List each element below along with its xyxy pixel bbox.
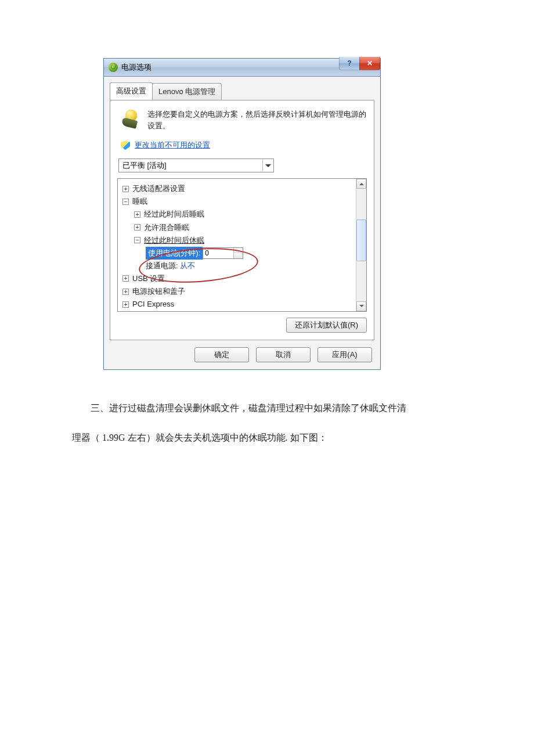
tree-pci-express[interactable]: PCI Express — [132, 298, 174, 311]
ok-button[interactable]: 确定 — [194, 347, 249, 362]
tree-power-button-lid[interactable]: 电源按钮和盖子 — [132, 285, 185, 298]
settings-tree: +无线适配器设置 −睡眠 +经过此时间后睡眠 +允许混合睡眠 −经过此时间后休眠… — [117, 178, 367, 312]
cancel-button[interactable]: 取消 — [256, 347, 311, 362]
article-line-1: 三、进行过磁盘清理会误删休眠文件，磁盘清理过程中如果清除了休眠文件清 — [72, 393, 462, 423]
scroll-down-icon[interactable] — [356, 301, 366, 311]
ac-power-value[interactable]: 从不 — [180, 260, 195, 272]
expand-icon[interactable]: + — [122, 301, 129, 308]
expand-icon[interactable]: + — [122, 289, 129, 295]
scroll-thumb[interactable] — [356, 219, 366, 261]
titlebar[interactable]: 电源选项 ? ✕ — [104, 59, 380, 77]
tabs-row: 高级设置 Lenovo 电源管理 — [104, 77, 380, 100]
tree-hybrid-sleep[interactable]: 允许混合睡眠 — [144, 221, 189, 234]
restore-defaults-button[interactable]: 还原计划默认值(R) — [286, 318, 367, 333]
window-title: 电源选项 — [121, 62, 151, 73]
apply-button[interactable]: 应用(A) — [317, 347, 372, 362]
spin-up-icon[interactable] — [234, 248, 243, 253]
battery-minutes-spinner[interactable] — [203, 247, 243, 259]
power-plan-icon — [121, 109, 142, 129]
tree-wireless[interactable]: 无线适配器设置 — [132, 182, 185, 195]
tab-advanced-settings[interactable]: 高级设置 — [110, 82, 153, 100]
tree-sleep[interactable]: 睡眠 — [132, 195, 147, 208]
battery-minutes-label: 使用电池(分钟): — [146, 247, 203, 260]
uac-shield-icon — [121, 141, 130, 150]
intro-text: 选择您要自定义的电源方案，然后选择反映计算机如何管理电源的设置。 — [147, 109, 367, 132]
spin-down-icon[interactable] — [234, 253, 243, 258]
article-text: 三、进行过磁盘清理会误删休眠文件，磁盘清理过程中如果清除了休眠文件清 理器（ 1… — [72, 393, 462, 452]
power-icon — [109, 63, 118, 72]
dropdown-value: 已平衡 [活动] — [122, 161, 166, 171]
article-line-2: 理器（ 1.99G 左右）就会失去关机选项中的休眠功能. 如下图： — [72, 423, 462, 452]
expand-icon[interactable]: + — [134, 224, 140, 231]
scroll-up-icon[interactable] — [356, 179, 366, 189]
tree-sleep-after[interactable]: 经过此时间后睡眠 — [144, 208, 204, 221]
chevron-down-icon[interactable] — [262, 160, 273, 171]
collapse-icon[interactable]: − — [122, 199, 129, 205]
tree-usb[interactable]: USB 设置 — [132, 272, 165, 285]
power-options-window: 电源选项 ? ✕ 高级设置 Lenovo 电源管理 — [103, 58, 381, 370]
power-plan-dropdown[interactable]: 已平衡 [活动] — [118, 159, 274, 172]
expand-icon[interactable]: + — [122, 275, 129, 282]
battery-minutes-input[interactable] — [203, 249, 233, 258]
tab-lenovo-power[interactable]: Lenovo 电源管理 — [152, 83, 222, 100]
tree-hibernate-after[interactable]: 经过此时间后休眠 — [144, 234, 204, 247]
ac-power-label: 接通电源: — [146, 260, 178, 272]
change-unavailable-settings-link[interactable]: 更改当前不可用的设置 — [135, 140, 210, 150]
help-button[interactable]: ? — [339, 57, 360, 70]
scrollbar[interactable] — [356, 179, 366, 311]
expand-icon[interactable]: + — [134, 211, 140, 218]
tab-panel: 选择您要自定义的电源方案，然后选择反映计算机如何管理电源的设置。 更改当前不可用… — [110, 100, 374, 340]
close-button[interactable]: ✕ — [359, 57, 380, 70]
expand-icon[interactable]: + — [122, 186, 129, 192]
collapse-icon[interactable]: − — [134, 237, 140, 243]
